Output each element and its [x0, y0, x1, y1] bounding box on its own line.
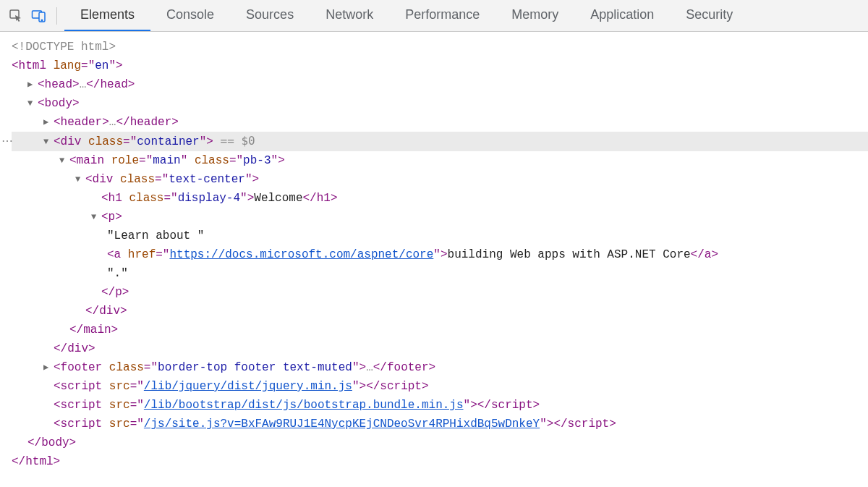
tab-network[interactable]: Network — [310, 0, 389, 31]
doctype-text: <!DOCTYPE html> — [12, 41, 116, 54]
dom-text-node[interactable]: "." — [12, 264, 868, 283]
gutter-menu-icon[interactable]: ⋯ — [1, 132, 13, 151]
dom-node-div-close[interactable]: ▼</div> — [12, 302, 868, 321]
dom-node-h1[interactable]: ▼<h1 class="display-4">Welcome</h1> — [12, 189, 868, 208]
dom-node-header[interactable]: ▶<header>…</header> — [12, 113, 868, 132]
tag-name: head — [100, 78, 127, 91]
attr-name: href — [128, 248, 156, 261]
dom-node-p-close[interactable]: ▼</p> — [12, 283, 868, 302]
attr-name: src — [109, 380, 130, 393]
attr-name: src — [109, 418, 130, 431]
attr-value-link[interactable]: /lib/bootstrap/dist/js/bootstrap.bundle.… — [144, 399, 464, 412]
tab-sources[interactable]: Sources — [230, 0, 310, 31]
attr-name: class — [88, 135, 123, 148]
elements-panel: <!DOCTYPE html> <html lang="en"> ▶<head>… — [0, 32, 868, 477]
collapse-toggle-icon[interactable]: ▼ — [43, 132, 54, 151]
tab-elements[interactable]: Elements — [64, 0, 150, 31]
tab-performance[interactable]: Performance — [389, 0, 495, 31]
dom-node-body[interactable]: ▼<body> — [12, 94, 868, 113]
tag-name: p — [115, 286, 122, 299]
tag-name: script — [491, 399, 533, 412]
expand-toggle-icon[interactable]: ▶ — [43, 113, 54, 132]
collapse-toggle-icon[interactable]: ▼ — [27, 94, 38, 113]
svg-point-3 — [41, 20, 43, 21]
dom-text-node[interactable]: "Learn about " — [12, 226, 868, 245]
attr-value-link[interactable]: https://docs.microsoft.com/aspnet/core — [169, 248, 433, 261]
tag-name: p — [109, 211, 116, 224]
attr-name: class — [120, 173, 155, 186]
devtools-tabs: Elements Console Sources Network Perform… — [64, 0, 749, 31]
attr-value: pb-3 — [243, 154, 271, 167]
attr-value: border-top footer text-muted — [158, 361, 352, 374]
ellipsis: … — [366, 361, 373, 374]
dom-node-doctype[interactable]: <!DOCTYPE html> — [12, 38, 868, 56]
tag-name: script — [61, 399, 103, 412]
tab-memory[interactable]: Memory — [495, 0, 574, 31]
dom-node-footer[interactable]: ▶<footer class="border-top footer text-m… — [12, 358, 868, 377]
device-toolbar-icon[interactable] — [29, 6, 49, 26]
tag-name: body — [45, 97, 72, 110]
attr-value: display-4 — [178, 192, 240, 205]
attr-name: class — [195, 154, 229, 167]
attr-value-link[interactable]: /js/site.js?v=BxFAw9RUJ1E4NycpKEjCNDeoSv… — [144, 418, 540, 431]
tag-name: main — [83, 323, 111, 336]
ellipsis: … — [109, 116, 116, 129]
tab-security[interactable]: Security — [670, 0, 749, 31]
tag-name: footer — [387, 361, 429, 374]
tag-name: head — [45, 78, 72, 91]
tag-name: div — [93, 173, 114, 186]
dom-node-body-close[interactable]: </body> — [12, 433, 868, 452]
expand-toggle-icon[interactable]: ▶ — [43, 358, 54, 377]
dom-node-div-close[interactable]: ▼</div> — [12, 339, 868, 358]
attr-value-link[interactable]: /lib/jquery/dist/jquery.min.js — [144, 380, 352, 393]
dom-node-main-close[interactable]: ▼</main> — [12, 321, 868, 339]
dom-tree[interactable]: <!DOCTYPE html> <html lang="en"> ▶<head>… — [0, 32, 868, 477]
console-ref: == $0 — [221, 134, 255, 148]
dom-node-script[interactable]: ▼<script src="/lib/jquery/dist/jquery.mi… — [12, 377, 868, 396]
text-content: Welcome — [254, 192, 302, 205]
collapse-toggle-icon[interactable]: ▼ — [91, 208, 101, 226]
dom-node-head[interactable]: ▶<head>…</head> — [12, 75, 868, 94]
tag-name: header — [61, 116, 103, 129]
dom-node-html-close[interactable]: </html> — [12, 452, 868, 471]
tag-name: div — [61, 135, 82, 148]
dom-node-text-center[interactable]: ▼<div class="text-center"> — [12, 170, 868, 189]
dom-node-html[interactable]: <html lang="en"> — [12, 56, 868, 75]
tag-name: header — [130, 116, 172, 129]
tag-name: main — [77, 154, 104, 167]
attr-value: text-center — [169, 173, 245, 186]
text-content: "." — [107, 267, 128, 280]
tag-name: html — [19, 59, 46, 72]
toolbar-separator — [56, 7, 57, 25]
tag-name: div — [99, 305, 120, 318]
tag-name: html — [25, 455, 53, 468]
tag-name: script — [568, 418, 610, 431]
ellipsis: … — [80, 78, 87, 91]
tab-application[interactable]: Application — [574, 0, 670, 31]
devtools-toolbar: Elements Console Sources Network Perform… — [0, 0, 868, 32]
text-content: "Learn about " — [107, 229, 204, 242]
dom-node-p[interactable]: ▼<p> — [12, 208, 868, 226]
dom-node-main[interactable]: ▼<main role="main" class="pb-3"> — [12, 151, 868, 170]
tag-name: h1 — [109, 192, 122, 205]
tab-console[interactable]: Console — [150, 0, 230, 31]
tag-name: div — [67, 342, 88, 355]
attr-name: class — [129, 192, 163, 205]
attr-value: main — [153, 154, 180, 167]
dom-node-container-div[interactable]: ⋯ ▼<div class="container"> == $0 — [12, 132, 868, 151]
attr-value: en — [95, 59, 109, 72]
collapse-toggle-icon[interactable]: ▼ — [75, 170, 85, 189]
tag-name: h1 — [317, 192, 331, 205]
expand-toggle-icon[interactable]: ▶ — [27, 75, 38, 94]
inspect-icon[interactable] — [6, 6, 26, 26]
dom-node-script[interactable]: ▼<script src="/lib/bootstrap/dist/js/boo… — [12, 396, 868, 415]
tag-name: footer — [61, 361, 103, 374]
collapse-toggle-icon[interactable]: ▼ — [59, 151, 69, 170]
tag-name: script — [380, 380, 422, 393]
dom-node-script[interactable]: ▼<script src="/js/site.js?v=BxFAw9RUJ1E4… — [12, 415, 868, 433]
tag-name: script — [61, 418, 103, 431]
attr-value: container — [137, 135, 199, 148]
text-content: building Web apps with ASP.NET Core — [448, 248, 691, 261]
dom-node-anchor[interactable]: <a href="https://docs.microsoft.com/aspn… — [12, 245, 868, 264]
attr-name: lang — [54, 59, 81, 72]
